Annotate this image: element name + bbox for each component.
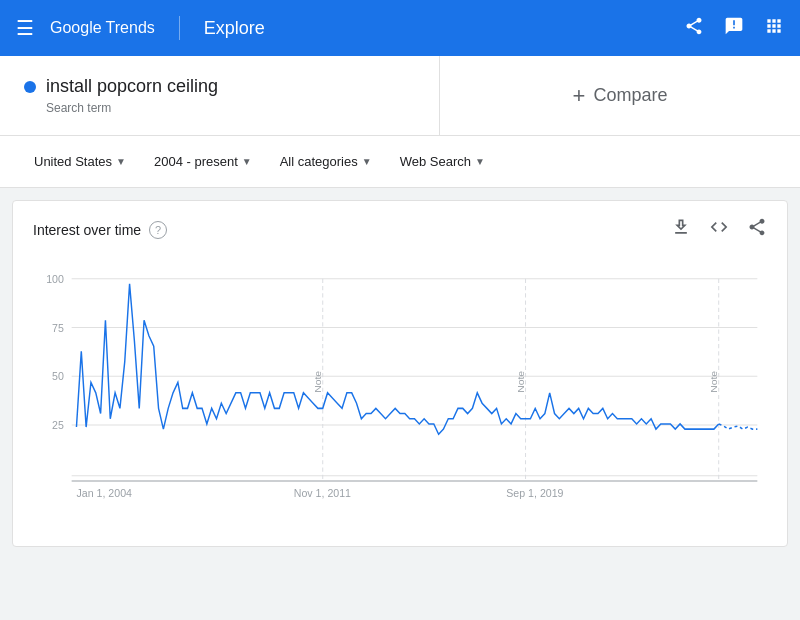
share-icon[interactable] <box>684 16 704 41</box>
logo-google: Google <box>50 19 102 37</box>
compare-label: Compare <box>593 85 667 106</box>
svg-text:Note: Note <box>515 370 526 392</box>
chart-header: Interest over time ? <box>13 217 787 258</box>
download-icon[interactable] <box>671 217 691 242</box>
compare-button[interactable]: + Compare <box>440 56 800 135</box>
logo: Google Trends <box>50 19 155 37</box>
help-icon[interactable]: ? <box>149 221 167 239</box>
app-header: ☰ Google Trends Explore <box>0 0 800 56</box>
time-filter[interactable]: 2004 - present ▼ <box>144 148 262 175</box>
search-section: install popcorn ceiling Search term + Co… <box>0 56 800 136</box>
region-label: United States <box>34 154 112 169</box>
trend-chart: 100 75 50 25 Note Note Note Jan 1, 2004 … <box>33 258 767 538</box>
chart-container: 100 75 50 25 Note Note Note Jan 1, 2004 … <box>13 258 787 538</box>
feedback-icon[interactable] <box>724 16 744 41</box>
compare-plus-icon: + <box>573 83 586 109</box>
chart-title: Interest over time <box>33 222 141 238</box>
menu-icon[interactable]: ☰ <box>16 16 34 40</box>
svg-text:Note: Note <box>708 370 719 392</box>
search-type-label: Web Search <box>400 154 471 169</box>
category-filter[interactable]: All categories ▼ <box>270 148 382 175</box>
search-term-text[interactable]: install popcorn ceiling <box>46 76 218 97</box>
search-term-row: install popcorn ceiling <box>24 76 415 97</box>
svg-text:Note: Note <box>312 370 323 392</box>
time-label: 2004 - present <box>154 154 238 169</box>
embed-icon[interactable] <box>709 217 729 242</box>
svg-text:50: 50 <box>52 370 64 382</box>
search-type-filter[interactable]: Web Search ▼ <box>390 148 495 175</box>
region-filter[interactable]: United States ▼ <box>24 148 136 175</box>
search-term-label: Search term <box>46 101 415 115</box>
svg-text:Jan 1, 2004: Jan 1, 2004 <box>76 486 131 498</box>
category-label: All categories <box>280 154 358 169</box>
logo-trends: Trends <box>106 19 155 37</box>
svg-text:75: 75 <box>52 321 64 333</box>
explore-label: Explore <box>204 18 265 39</box>
chart-actions <box>671 217 767 242</box>
svg-text:Sep 1, 2019: Sep 1, 2019 <box>506 486 563 498</box>
search-dot <box>24 81 36 93</box>
filters-section: United States ▼ 2004 - present ▼ All cat… <box>0 136 800 188</box>
svg-text:100: 100 <box>46 273 64 285</box>
chart-section: Interest over time ? 100 75 50 <box>12 200 788 547</box>
category-arrow-icon: ▼ <box>362 156 372 167</box>
search-type-arrow-icon: ▼ <box>475 156 485 167</box>
svg-text:25: 25 <box>52 419 64 431</box>
share-chart-icon[interactable] <box>747 217 767 242</box>
apps-icon[interactable] <box>764 16 784 41</box>
region-arrow-icon: ▼ <box>116 156 126 167</box>
header-divider <box>179 16 180 40</box>
svg-text:Nov 1, 2011: Nov 1, 2011 <box>294 486 351 498</box>
header-actions <box>684 16 784 41</box>
search-term-area: install popcorn ceiling Search term <box>0 56 440 135</box>
time-arrow-icon: ▼ <box>242 156 252 167</box>
chart-title-row: Interest over time ? <box>33 221 167 239</box>
